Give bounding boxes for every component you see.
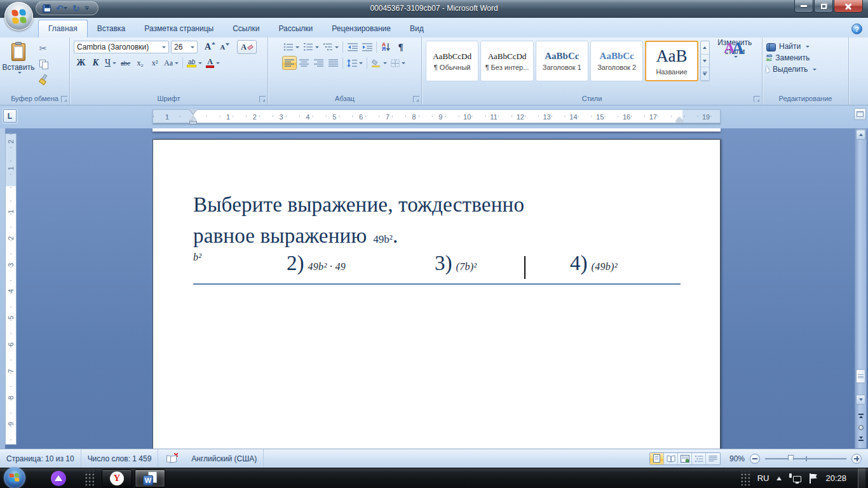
previous-page-button[interactable] bbox=[857, 414, 865, 418]
right-indent-marker[interactable] bbox=[675, 117, 683, 122]
print-layout-view-button[interactable] bbox=[650, 453, 664, 464]
show-paragraph-marks-button[interactable]: ¶ bbox=[393, 40, 408, 54]
numbering-button[interactable] bbox=[301, 40, 321, 54]
doc-option-4[interactable]: 4)(49b)² bbox=[570, 252, 618, 275]
v-ruler[interactable]: 21123456789 bbox=[5, 133, 17, 445]
scrollbar-thumb[interactable] bbox=[856, 369, 865, 383]
style-normal[interactable]: AaBbCcDd ¶ Обычный bbox=[426, 41, 478, 81]
justify-button[interactable] bbox=[326, 56, 341, 70]
line-spacing-button[interactable] bbox=[345, 56, 365, 70]
office-button[interactable] bbox=[4, 2, 33, 30]
left-indent-marker[interactable] bbox=[189, 121, 197, 125]
vertical-scrollbar[interactable] bbox=[855, 128, 867, 449]
bold-button[interactable]: Ж bbox=[74, 56, 88, 70]
taskbar-yandex-browser[interactable]: Y bbox=[102, 470, 132, 487]
multilevel-list-button[interactable] bbox=[321, 40, 341, 54]
doc-option-3[interactable]: 3)(7b)² bbox=[435, 252, 477, 275]
tab-mailings[interactable]: Рассылки bbox=[269, 20, 322, 37]
action-center-flag-icon[interactable] bbox=[809, 473, 818, 484]
help-button[interactable]: ? bbox=[851, 24, 862, 34]
alice-assistant-icon[interactable] bbox=[51, 471, 66, 486]
doc-option-2[interactable]: 2)49b² · 49 bbox=[287, 252, 346, 275]
scroll-down-button[interactable] bbox=[856, 395, 865, 405]
network-icon[interactable] bbox=[789, 473, 801, 484]
shading-button[interactable] bbox=[369, 56, 389, 70]
outline-view-button[interactable] bbox=[692, 453, 706, 464]
show-hidden-icons-button[interactable] bbox=[776, 477, 782, 480]
restore-button[interactable] bbox=[814, 0, 833, 13]
styles-scroll-down[interactable] bbox=[701, 55, 709, 68]
taskbar-word[interactable]: W bbox=[135, 470, 165, 487]
change-case-button[interactable]: Aa bbox=[162, 56, 180, 70]
style-heading2[interactable]: AaBbCc Заголовок 2 bbox=[590, 41, 643, 81]
doc-heading-line1[interactable]: Выберите выражение, тождественно bbox=[193, 193, 675, 217]
align-right-button[interactable] bbox=[311, 56, 326, 70]
status-proofing[interactable] bbox=[158, 449, 185, 468]
tab-review[interactable]: Рецензирование bbox=[322, 20, 400, 37]
cut-button[interactable]: ✂ bbox=[36, 41, 50, 55]
scroll-up-button[interactable] bbox=[856, 130, 865, 140]
style-heading1[interactable]: AaBbCc Заголовок 1 bbox=[536, 41, 588, 81]
sort-button[interactable]: АЯ bbox=[379, 40, 393, 54]
zoom-slider-thumb[interactable] bbox=[788, 455, 794, 463]
draft-view-button[interactable] bbox=[706, 453, 720, 464]
tab-references[interactable]: Ссылки bbox=[223, 20, 269, 37]
clock[interactable]: 20:28 bbox=[825, 473, 846, 483]
highlight-button[interactable]: ab bbox=[185, 56, 204, 70]
next-page-button[interactable] bbox=[857, 437, 865, 441]
grow-font-button[interactable]: A bbox=[203, 40, 217, 54]
hanging-indent-marker[interactable] bbox=[189, 115, 197, 120]
styles-gallery-more[interactable] bbox=[701, 67, 709, 81]
zoom-in-button[interactable] bbox=[851, 454, 862, 464]
ruler-toggle-button[interactable] bbox=[854, 108, 866, 120]
subscript-button[interactable]: x₂ bbox=[133, 56, 147, 70]
borders-button[interactable] bbox=[389, 56, 407, 70]
web-layout-view-button[interactable] bbox=[678, 453, 692, 464]
tab-view[interactable]: Вид bbox=[400, 20, 433, 37]
doc-option-1[interactable]: b² bbox=[193, 252, 201, 263]
status-language[interactable]: Английский (США) bbox=[185, 449, 264, 468]
show-desktop-button[interactable] bbox=[858, 468, 865, 488]
document-page[interactable]: Выберите выражение, тождественно равное … bbox=[153, 139, 721, 449]
style-no-spacing[interactable]: AaBbCcDd ¶ Без интер... bbox=[480, 41, 533, 81]
bullets-button[interactable] bbox=[281, 40, 301, 54]
shrink-font-button[interactable]: A bbox=[217, 40, 232, 54]
h-ruler[interactable]: 1 19 1234567891011121314151617 bbox=[153, 109, 721, 123]
first-line-indent-marker[interactable] bbox=[189, 109, 197, 114]
tab-page-layout[interactable]: Разметка страницы bbox=[135, 20, 223, 37]
copy-button[interactable] bbox=[36, 57, 50, 71]
styles-dialog-launcher[interactable] bbox=[754, 96, 760, 102]
align-center-button[interactable] bbox=[297, 56, 311, 70]
style-title-selected[interactable]: АаВ Название bbox=[645, 41, 698, 81]
align-left-button[interactable] bbox=[282, 56, 297, 70]
zoom-level[interactable]: 90% bbox=[726, 454, 745, 463]
font-color-button[interactable]: A bbox=[204, 56, 222, 70]
superscript-button[interactable]: x² bbox=[147, 56, 162, 70]
language-indicator[interactable]: RU bbox=[757, 473, 770, 483]
find-button[interactable]: Найти bbox=[766, 42, 844, 51]
underline-button[interactable]: Ч bbox=[103, 56, 118, 70]
font-size-combo[interactable]: 26 bbox=[171, 41, 198, 53]
font-name-combo[interactable]: Cambria (Заголовки) bbox=[74, 41, 169, 53]
clear-formatting-button[interactable]: A bbox=[237, 40, 257, 54]
tray-dots-icon[interactable] bbox=[740, 471, 750, 485]
increase-indent-button[interactable] bbox=[360, 40, 374, 54]
tab-stop-selector[interactable]: L bbox=[3, 109, 17, 123]
status-page-number[interactable]: Страница: 10 из 10 bbox=[0, 449, 81, 468]
zoom-out-button[interactable] bbox=[750, 454, 760, 464]
styles-scroll-up[interactable] bbox=[701, 41, 709, 55]
tab-insert[interactable]: Вставка bbox=[88, 20, 135, 37]
apps-grid-icon[interactable] bbox=[84, 471, 94, 485]
select-button[interactable]: Выделить bbox=[766, 65, 844, 74]
decrease-indent-button[interactable] bbox=[345, 40, 360, 54]
close-button[interactable] bbox=[834, 0, 863, 13]
full-screen-reading-view-button[interactable] bbox=[664, 453, 678, 464]
paste-button[interactable]: Вставить bbox=[4, 40, 33, 94]
change-styles-button[interactable]: АА Изменить стили bbox=[712, 40, 758, 54]
minimize-button[interactable] bbox=[794, 0, 813, 13]
tab-home[interactable]: Главная bbox=[38, 20, 88, 37]
start-button[interactable] bbox=[4, 467, 25, 488]
status-word-count[interactable]: Число слов: 1 459 bbox=[81, 449, 159, 468]
clipboard-dialog-launcher[interactable] bbox=[61, 96, 67, 102]
strikethrough-button[interactable]: abc bbox=[118, 56, 133, 70]
